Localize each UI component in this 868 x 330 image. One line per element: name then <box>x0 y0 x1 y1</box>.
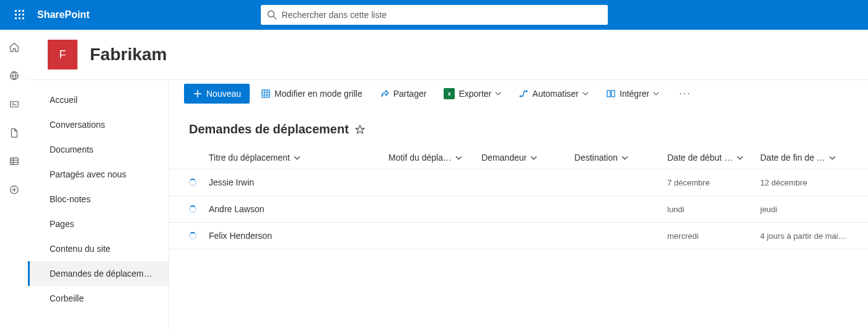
edit-grid-label: Modifier en mode grille <box>274 89 362 99</box>
nav-item-notebook[interactable]: Bloc-notes <box>28 187 169 212</box>
chevron-down-icon <box>294 154 300 161</box>
automate-label: Automatiser <box>532 89 579 99</box>
table-row[interactable]: Andre Lawson lundi jeudi <box>169 196 868 223</box>
site-header: F Fabrikam <box>28 30 868 79</box>
chevron-down-icon <box>737 154 743 161</box>
svg-line-10 <box>273 17 276 20</box>
file-icon[interactable] <box>8 127 20 139</box>
chevron-down-icon <box>582 91 589 97</box>
chevron-down-icon <box>653 91 659 97</box>
globe-icon[interactable] <box>8 69 20 82</box>
nav-item-conversations[interactable]: Conversations <box>28 112 169 137</box>
svg-rect-7 <box>19 17 20 19</box>
share-label: Partager <box>393 89 427 99</box>
edit-grid-button[interactable]: Modifier en mode grille <box>255 84 369 104</box>
new-button[interactable]: Nouveau <box>184 84 250 104</box>
nav-item-documents[interactable]: Documents <box>28 137 169 162</box>
share-icon <box>380 89 390 99</box>
column-header-start-date[interactable]: Date de début … <box>667 153 760 163</box>
svg-rect-4 <box>19 14 20 16</box>
svg-rect-8 <box>22 17 24 19</box>
svg-rect-15 <box>10 158 18 165</box>
chevron-down-icon <box>530 154 537 161</box>
svg-rect-2 <box>22 10 24 12</box>
svg-rect-1 <box>19 10 20 12</box>
list-title: Demandes de déplacement <box>189 122 349 136</box>
more-button[interactable]: ··· <box>673 88 697 99</box>
column-header-title[interactable]: Titre du déplacement <box>209 153 388 163</box>
svg-rect-3 <box>15 14 17 16</box>
search-input[interactable] <box>282 10 602 20</box>
chevron-down-icon <box>621 154 628 161</box>
svg-point-29 <box>520 96 522 97</box>
list-table: Titre du déplacement Motif du dépla… Dem… <box>169 146 868 249</box>
loading-icon <box>189 232 196 239</box>
chevron-down-icon <box>455 154 462 161</box>
app-rail <box>0 30 28 330</box>
nav-item-site-contents[interactable]: Contenu du site <box>28 236 169 261</box>
column-header-end-date[interactable]: Date de fin de … <box>760 153 853 163</box>
new-label: Nouveau <box>206 89 241 99</box>
svg-point-30 <box>526 91 528 92</box>
svg-rect-0 <box>15 10 17 12</box>
export-button[interactable]: x Exporter <box>437 84 507 104</box>
flow-icon <box>519 89 528 99</box>
svg-rect-12 <box>10 102 18 107</box>
grid-icon <box>261 89 271 99</box>
list-icon[interactable] <box>8 155 20 167</box>
integrate-label: Intégrer <box>620 89 649 99</box>
excel-icon: x <box>444 88 455 99</box>
loading-icon <box>189 205 196 213</box>
svg-rect-32 <box>612 91 615 97</box>
share-button[interactable]: Partager <box>374 84 433 104</box>
table-row[interactable]: Jessie Irwin 7 décembre 12 décembre <box>169 169 868 196</box>
column-header-reason[interactable]: Motif du dépla… <box>388 153 481 163</box>
export-label: Exporter <box>458 89 491 99</box>
left-nav: Accueil Conversations Documents Partagés… <box>28 80 169 330</box>
nav-item-home[interactable]: Accueil <box>28 87 169 112</box>
svg-rect-31 <box>607 91 610 97</box>
chevron-down-icon <box>495 91 501 97</box>
search-box[interactable] <box>261 5 608 25</box>
nav-item-recycle[interactable]: Corbeille <box>28 286 169 311</box>
column-header-requester[interactable]: Demandeur <box>481 153 574 163</box>
svg-point-9 <box>268 11 274 17</box>
home-icon[interactable] <box>8 41 20 53</box>
integrate-button[interactable]: Intégrer <box>600 84 665 104</box>
favorite-star-icon[interactable] <box>355 125 365 135</box>
app-name[interactable]: SharePoint <box>37 9 89 20</box>
add-icon[interactable] <box>8 184 20 196</box>
site-logo[interactable]: F <box>48 40 77 69</box>
table-header-row: Titre du déplacement Motif du dépla… Dem… <box>169 146 868 169</box>
site-title[interactable]: Fabrikam <box>90 45 167 65</box>
svg-rect-24 <box>262 90 270 97</box>
chevron-down-icon <box>829 154 836 161</box>
nav-item-shared[interactable]: Partagés avec nous <box>28 162 169 187</box>
nav-item-travel-requests[interactable]: Demandes de déplacem… <box>28 261 169 286</box>
plus-icon <box>193 89 203 99</box>
suite-header: SharePoint <box>0 0 868 30</box>
integrate-icon <box>606 89 616 99</box>
column-header-destination[interactable]: Destination <box>574 153 667 163</box>
command-bar: Nouveau Modifier en mode grille Partager… <box>169 80 868 107</box>
nav-item-pages[interactable]: Pages <box>28 212 169 236</box>
automate-button[interactable]: Automatiser <box>512 84 595 104</box>
table-row[interactable]: Felix Henderson mercredi 4 jours à parti… <box>169 223 868 249</box>
svg-rect-6 <box>15 17 17 19</box>
loading-icon <box>189 179 196 186</box>
search-icon <box>267 10 277 20</box>
news-icon[interactable] <box>8 98 20 110</box>
svg-rect-5 <box>22 14 24 16</box>
app-launcher-button[interactable] <box>5 0 35 30</box>
